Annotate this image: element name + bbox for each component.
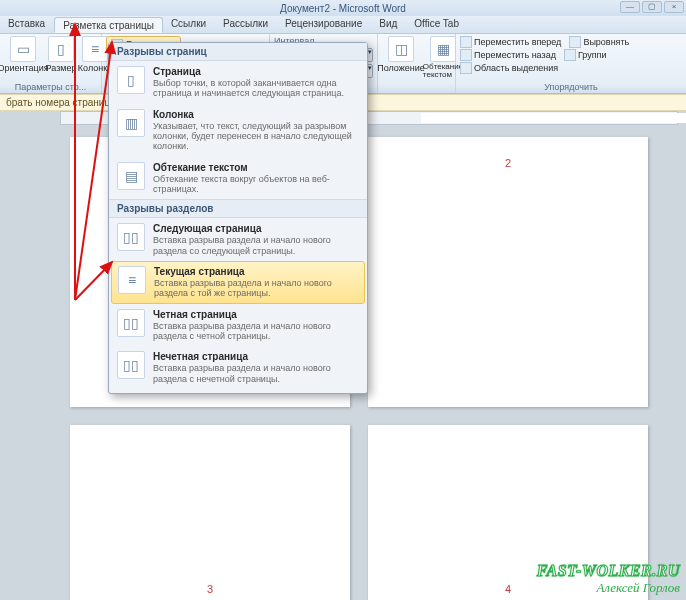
position-button[interactable]: ◫Положение — [382, 36, 420, 80]
send-backward-icon — [460, 49, 472, 61]
position-icon: ◫ — [388, 36, 414, 62]
column-break-icon: ▥ — [117, 109, 145, 137]
watermark-author: Алексей Горлов — [537, 580, 680, 596]
orientation-button[interactable]: ▭Ориентация — [4, 36, 42, 80]
tab-insert[interactable]: Вставка — [0, 16, 54, 33]
group-icon — [564, 49, 576, 61]
group-label-pagesetup: Параметры стр... — [4, 82, 97, 93]
ribbon-tabs: Вставка Разметка страницы Ссылки Рассылк… — [0, 16, 686, 34]
group-label-arrange: Упорядочить — [460, 82, 682, 93]
bring-forward-button[interactable]: Переместить впередВыровнять — [460, 36, 629, 48]
tab-review[interactable]: Рецензирование — [277, 16, 371, 33]
page-number: 3 — [207, 583, 213, 595]
menu-item-odd-page[interactable]: ▯▯ Нечетная страницаВставка разрыва разд… — [109, 346, 367, 389]
tab-office-tab[interactable]: Office Tab — [406, 16, 468, 33]
page-2[interactable]: 2 — [368, 137, 648, 407]
breaks-menu: Разрывы страниц ▯ СтраницаВыбор точки, в… — [108, 42, 368, 394]
menu-item-even-page[interactable]: ▯▯ Четная страницаВставка разрыва раздел… — [109, 304, 367, 347]
window-title: Документ2 - Microsoft Word — [280, 3, 406, 14]
tab-mailings[interactable]: Рассылки — [215, 16, 277, 33]
even-page-icon: ▯▯ — [117, 309, 145, 337]
close-button[interactable]: × — [664, 1, 684, 13]
watermark-site: FAST-WOLKER.RU — [537, 562, 680, 580]
size-icon: ▯ — [48, 36, 74, 62]
tab-view[interactable]: Вид — [371, 16, 406, 33]
watermark: FAST-WOLKER.RU Алексей Горлов — [537, 562, 680, 596]
group-page-setup: ▭Ориентация ▯Размер ≡Колонки Параметры с… — [0, 34, 102, 93]
menu-item-continuous[interactable]: ≡ Текущая страницаВставка разрыва раздел… — [111, 261, 365, 304]
size-button[interactable]: ▯Размер — [46, 36, 76, 80]
menu-section-page-breaks: Разрывы страниц — [109, 43, 367, 61]
page-number: 4 — [505, 583, 511, 595]
send-backward-button[interactable]: Переместить назадГруппи — [460, 49, 606, 61]
bring-forward-icon — [460, 36, 472, 48]
group-arrange-pos: ◫Положение ▦Обтекание текстом — [378, 34, 456, 93]
titlebar: Документ2 - Microsoft Word — ▢ × — [0, 0, 686, 16]
group-arrange: Переместить впередВыровнять Переместить … — [456, 34, 686, 93]
selection-pane-button[interactable]: Область выделения — [460, 62, 558, 74]
page-break-icon: ▯ — [117, 66, 145, 94]
tab-references[interactable]: Ссылки — [163, 16, 215, 33]
page-number: 2 — [505, 157, 511, 169]
orientation-icon: ▭ — [10, 36, 36, 62]
menu-section-section-breaks: Разрывы разделов — [109, 199, 367, 218]
menu-item-page[interactable]: ▯ СтраницаВыбор точки, в которой заканчи… — [109, 61, 367, 104]
continuous-icon: ≡ — [118, 266, 146, 294]
page-3[interactable]: 3 — [70, 425, 350, 600]
tab-page-layout[interactable]: Разметка страницы — [54, 17, 163, 33]
minimize-button[interactable]: — — [620, 1, 640, 13]
text-wrap-icon: ▤ — [117, 162, 145, 190]
next-page-icon: ▯▯ — [117, 223, 145, 251]
menu-item-text-wrapping[interactable]: ▤ Обтекание текстомОбтекание текста вокр… — [109, 157, 367, 200]
selection-pane-icon — [460, 62, 472, 74]
maximize-button[interactable]: ▢ — [642, 1, 662, 13]
wrap-icon: ▦ — [430, 36, 456, 62]
odd-page-icon: ▯▯ — [117, 351, 145, 379]
menu-item-next-page[interactable]: ▯▯ Следующая страницаВставка разрыва раз… — [109, 218, 367, 261]
align-icon — [569, 36, 581, 48]
message-text: брать номера страниц — [6, 97, 110, 108]
menu-item-column[interactable]: ▥ КолонкаУказывает, что текст, следующий… — [109, 104, 367, 157]
